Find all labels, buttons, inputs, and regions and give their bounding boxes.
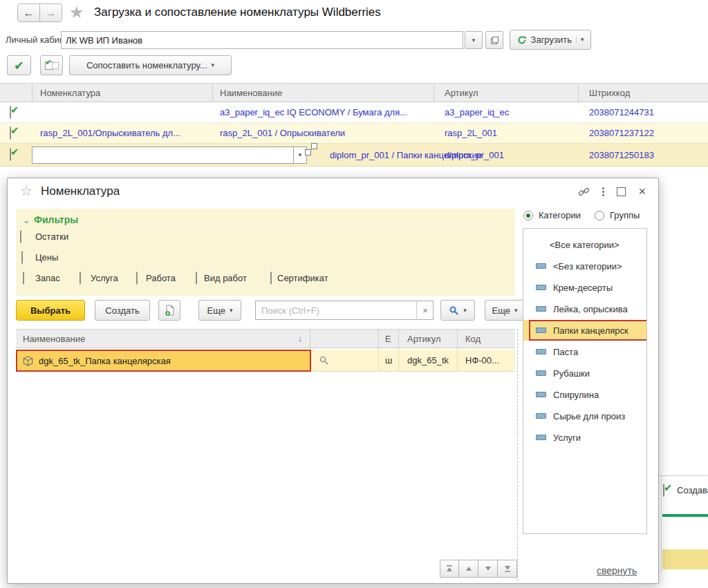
- column-header-e[interactable]: Е: [385, 334, 391, 344]
- filter-label: Работа: [146, 273, 176, 283]
- category-label: <Все категории>: [550, 240, 620, 250]
- refresh-icon: [517, 35, 527, 45]
- cell-unit: ш: [385, 355, 392, 366]
- link-icon[interactable]: [578, 186, 590, 198]
- favorite-star-icon[interactable]: ★: [69, 3, 84, 22]
- category-dash-icon: [536, 349, 546, 354]
- category-item-selected[interactable]: Папки канцелярск: [523, 320, 646, 341]
- filter-checkbox[interactable]: [136, 272, 138, 285]
- filter-checkbox[interactable]: [270, 272, 272, 285]
- search-field[interactable]: [255, 301, 434, 320]
- filter-checkbox[interactable]: [20, 230, 21, 243]
- filter-checkbox[interactable]: [80, 272, 81, 285]
- account-dropdown-button[interactable]: ▾: [465, 31, 483, 49]
- go-first-button[interactable]: [440, 560, 459, 578]
- search-input[interactable]: [260, 301, 429, 320]
- column-header-name[interactable]: Наименование: [220, 88, 282, 98]
- table-row[interactable]: rasp_2L_001/Опрыскиватель дл... rasp_2L_…: [0, 123, 708, 144]
- search-options-button[interactable]: ▾: [440, 300, 475, 321]
- load-button[interactable]: Загрузить ▾: [510, 30, 591, 50]
- go-prev-button[interactable]: [459, 560, 478, 578]
- column-header-code[interactable]: Код: [465, 334, 481, 344]
- account-input[interactable]: [62, 35, 463, 46]
- category-label: Услуги: [553, 433, 581, 443]
- category-item[interactable]: Спирулина: [523, 384, 646, 405]
- selected-name-cell[interactable]: dgk_65_tk_Папка канцелярская: [16, 350, 311, 372]
- search-clear-button[interactable]: ×: [416, 301, 434, 320]
- go-next-button[interactable]: [478, 560, 498, 578]
- more-button-1[interactable]: Еще ▾: [198, 300, 241, 321]
- create-button[interactable]: Создать: [95, 300, 150, 321]
- category-dash-icon: [536, 263, 546, 269]
- row-checkbox[interactable]: [10, 148, 11, 161]
- menu-kebab-icon[interactable]: [602, 186, 604, 198]
- account-field[interactable]: [61, 31, 463, 49]
- collapse-link[interactable]: свернуть: [597, 565, 637, 576]
- cell-barcode[interactable]: 2038071244731: [589, 107, 654, 117]
- category-item[interactable]: Крем-десерты: [523, 277, 646, 298]
- column-header-article[interactable]: Артикул: [407, 334, 440, 344]
- column-header-nomenclature[interactable]: Номенклатура: [40, 88, 100, 98]
- categories-radio[interactable]: [523, 211, 533, 220]
- groups-radio[interactable]: [595, 211, 604, 220]
- row-checkbox[interactable]: [10, 106, 11, 119]
- back-arrow-icon: ←: [24, 7, 35, 19]
- back-button[interactable]: ←: [17, 3, 40, 22]
- chevron-down-icon: ▾: [514, 307, 518, 314]
- match-nomenclature-button[interactable]: Сопоставить номенклатуру... ▾: [69, 55, 232, 75]
- column-header-barcode[interactable]: Штрихкод: [589, 88, 630, 98]
- more-button-label: Еще: [492, 305, 510, 316]
- category-item[interactable]: Лейка, опрыскива: [523, 298, 646, 319]
- cell-article[interactable]: diplom_pr_001: [445, 150, 504, 160]
- chevron-down-icon: ▾: [230, 307, 233, 314]
- chevron-down-icon: ▾: [212, 62, 215, 68]
- table-row[interactable]: a3_paper_iq_ec IQ ECONOMY / Бумага для..…: [0, 102, 708, 123]
- cell-article[interactable]: a3_paper_iq_ec: [445, 107, 509, 117]
- create-group-button[interactable]: [158, 300, 180, 321]
- magnifier-icon: [319, 355, 329, 366]
- go-last-icon: [503, 565, 512, 573]
- cell-barcode[interactable]: 2038071237122: [589, 128, 654, 138]
- list-nav-buttons: [440, 560, 517, 578]
- cell-barcode[interactable]: 2038071250183: [589, 150, 654, 160]
- actions-row: ✔ ✔ Сопоставить номенклатуру... ▾: [0, 55, 708, 79]
- nomenclature-edit-field[interactable]: [32, 146, 294, 164]
- category-item[interactable]: Сырье для произ: [523, 406, 646, 426]
- filter-checkbox[interactable]: [196, 272, 197, 285]
- category-item[interactable]: <Все категории>: [523, 234, 646, 255]
- go-last-button[interactable]: [498, 560, 517, 578]
- filter-checkbox[interactable]: [21, 251, 23, 264]
- select-button[interactable]: Выбрать: [16, 300, 85, 321]
- load-button-label: Загрузить: [531, 35, 572, 45]
- filter-checkbox[interactable]: [23, 272, 24, 285]
- table-row-selected[interactable]: ▾ diplom_pr_001 / Папки канцелярские dip…: [0, 144, 708, 167]
- category-item[interactable]: <Без категории>: [523, 256, 646, 276]
- category-label: Спирулина: [553, 390, 599, 400]
- more-button-2[interactable]: Еще ▾: [485, 300, 525, 321]
- account-open-button[interactable]: [485, 31, 503, 49]
- column-header-article[interactable]: Артикул: [445, 88, 478, 98]
- modal-title: Номенклатура: [41, 184, 120, 198]
- row-checkbox[interactable]: [10, 126, 11, 140]
- category-item[interactable]: Услуги: [523, 427, 646, 448]
- modal-table-row-selected[interactable]: dgk_65_tk_Папка канцелярская ш dgk_65_tk…: [16, 350, 515, 372]
- filters-collapse-icon[interactable]: ⌄: [23, 216, 30, 225]
- confirm-matching-button[interactable]: ✔: [7, 55, 31, 75]
- category-item[interactable]: Паста: [523, 341, 646, 362]
- cell-article[interactable]: rasp_2L_001: [445, 128, 497, 138]
- cell-name[interactable]: a3_paper_iq_ec IQ ECONOMY / Бумага для..…: [220, 107, 407, 117]
- cell-article: dgk_65_tk: [407, 355, 449, 366]
- close-icon[interactable]: ×: [638, 185, 646, 198]
- maximize-icon[interactable]: [617, 187, 626, 196]
- panel-splitter[interactable]: [517, 329, 518, 580]
- forward-button[interactable]: →: [39, 3, 62, 22]
- filters-title[interactable]: Фильтры: [34, 214, 78, 225]
- cell-nomenclature[interactable]: rasp_2L_001/Опрыскиватель дл...: [40, 128, 180, 138]
- category-dash-icon: [536, 306, 546, 312]
- category-item[interactable]: Рубашки: [523, 363, 646, 383]
- column-header-name[interactable]: Наименование: [23, 334, 85, 344]
- cell-name[interactable]: rasp_2L_001 / Опрыскиватели: [220, 128, 345, 138]
- modal-star-icon[interactable]: ☆: [20, 182, 32, 199]
- toggle-all-flags-button[interactable]: ✔: [40, 55, 63, 75]
- create-checkbox[interactable]: [663, 484, 664, 497]
